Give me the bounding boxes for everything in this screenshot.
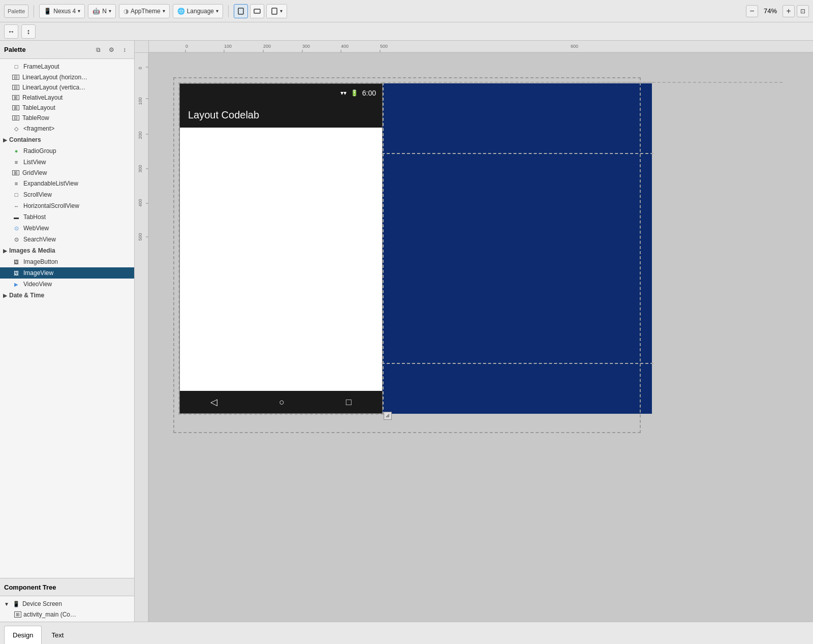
resize-handle[interactable] xyxy=(384,412,392,420)
fragment-icon: ◇ xyxy=(12,125,20,133)
svg-text:300: 300 xyxy=(302,44,310,49)
zoom-in-btn[interactable]: + xyxy=(783,5,795,17)
palette-item-linear-layout-h[interactable]: ⊟ LinearLayout (horizon… xyxy=(0,72,134,82)
tab-host-icon: ▬ xyxy=(12,213,20,221)
palette-title: Palette xyxy=(4,46,88,53)
zoom-section: − 74% + ⊡ xyxy=(746,5,809,17)
palette-settings-btn[interactable]: ⚙ xyxy=(106,44,117,55)
palette-item-h-scroll[interactable]: ↔ HorizontalScrollView xyxy=(0,200,134,211)
component-tree-header: Component Tree xyxy=(0,578,134,596)
nav-bar: ◁ ○ □ xyxy=(180,391,382,413)
frame-layout-icon: □ xyxy=(12,63,20,71)
h-scroll-icon: ↔ xyxy=(12,202,20,210)
palette-item-list-view[interactable]: ≡ ListView xyxy=(0,157,134,168)
nav-back-icon[interactable]: ◁ xyxy=(210,396,217,408)
design-tab-label: Design xyxy=(13,631,33,639)
palette-item-tab-host[interactable]: ▬ TabHost xyxy=(0,211,134,223)
device-label: Nexus 4 xyxy=(53,8,76,15)
api-label: N xyxy=(102,8,107,15)
zoom-out-icon: − xyxy=(749,7,754,16)
table-layout-label: TableLayout xyxy=(22,104,55,111)
palette-item-linear-layout-v[interactable]: ⊟ LinearLayout (vertica… xyxy=(0,82,134,93)
date-time-category-label: Date & Time xyxy=(9,292,44,299)
resize-horizontal-btn[interactable]: ↔ xyxy=(4,24,18,39)
svg-text:200: 200 xyxy=(138,131,143,139)
phone-frame[interactable]: ▾▾ 🔋 6:00 Layout Codelab ◁ xyxy=(179,83,383,414)
palette-sort-btn[interactable]: ↕ xyxy=(119,44,130,55)
resize-v-icon: ↕ xyxy=(27,27,30,36)
image-view-area[interactable] xyxy=(383,83,652,414)
action-bar-title: Layout Codelab xyxy=(188,109,259,121)
theme-dropdown[interactable]: ◑ AppTheme ▾ xyxy=(119,4,170,18)
palette-duplicate-btn[interactable]: ⧉ xyxy=(92,44,104,55)
radio-group-icon: ● xyxy=(12,147,20,155)
language-chevron-icon: ▾ xyxy=(216,8,218,14)
device-config-icon xyxy=(271,8,278,15)
palette-item-video-view[interactable]: ▶ VideoView xyxy=(0,279,134,290)
expandable-list-icon: ≡ xyxy=(12,179,20,188)
config-chevron-icon: ▾ xyxy=(280,8,283,14)
orientation-portrait-btn[interactable] xyxy=(234,4,248,18)
nav-home-icon[interactable]: ○ xyxy=(279,397,285,408)
zoom-label: 74% xyxy=(760,7,780,15)
images-media-category-label: Images & Media xyxy=(9,247,55,254)
palette-header: Palette ⧉ ⚙ ↕ xyxy=(0,41,134,59)
palette-item-image-button[interactable]: 🖼 ImageButton xyxy=(0,256,134,267)
tree-item-activity-main[interactable]: ⊞ activity_main (Co… xyxy=(0,609,134,620)
design-tab[interactable]: Design xyxy=(4,626,42,644)
android-icon: 🤖 xyxy=(92,8,100,15)
images-media-category[interactable]: ▶ Images & Media xyxy=(0,245,134,256)
phone-icon: 📱 xyxy=(44,8,51,15)
tree-item-device-screen[interactable]: ▼ 📱 Device Screen xyxy=(0,598,134,609)
language-dropdown[interactable]: 🌐 Language ▾ xyxy=(173,4,223,18)
ruler-corner xyxy=(135,41,149,53)
scroll-view-label: ScrollView xyxy=(23,191,52,198)
palette-item-image-view[interactable]: 🖼 ImageView xyxy=(0,267,134,279)
palette-item-table-row[interactable]: ⊟ TableRow xyxy=(0,113,134,123)
containers-category[interactable]: ▶ Containers xyxy=(0,134,134,145)
imageview-top-dashes xyxy=(383,82,783,83)
image-view-label: ImageView xyxy=(23,269,53,277)
api-dropdown[interactable]: 🤖 N ▾ xyxy=(88,4,116,18)
text-tab-label: Text xyxy=(51,631,64,639)
containers-category-label: Containers xyxy=(9,136,41,143)
svg-text:400: 400 xyxy=(138,199,143,206)
palette-item-web-view[interactable]: ⊙ WebView xyxy=(0,223,134,234)
device-config-dropdown[interactable]: ▾ xyxy=(266,4,287,18)
palette-item-search-view[interactable]: ⊙ SearchView xyxy=(0,234,134,245)
zoom-fit-btn[interactable]: ⊡ xyxy=(797,5,809,17)
svg-text:400: 400 xyxy=(341,44,349,49)
palette-item-radio-group[interactable]: ● RadioGroup xyxy=(0,145,134,157)
device-dropdown[interactable]: 📱 Nexus 4 ▾ xyxy=(39,4,85,18)
status-time: 6:00 xyxy=(362,89,376,97)
nav-recents-icon[interactable]: □ xyxy=(346,397,352,408)
palette-item-table-layout[interactable]: ⊞ TableLayout xyxy=(0,103,134,113)
main-area: Palette ⧉ ⚙ ↕ □ FrameLayout ⊟ LinearLayo… xyxy=(0,41,813,622)
palette-item-expandable-list[interactable]: ≡ ExpandableListView xyxy=(0,178,134,189)
landscape-icon xyxy=(254,8,261,15)
linear-layout-v-icon: ⊟ xyxy=(12,85,19,90)
palette-toggle-btn[interactable]: Palette xyxy=(4,5,28,18)
battery-icon: 🔋 xyxy=(351,89,358,97)
svg-text:600: 600 xyxy=(571,44,578,49)
palette-item-fragment[interactable]: ◇ <fragment> xyxy=(0,123,134,134)
resize-vertical-btn[interactable]: ↕ xyxy=(21,24,36,39)
palette-item-scroll-view[interactable]: □ ScrollView xyxy=(0,189,134,200)
svg-rect-2 xyxy=(272,8,277,14)
palette-item-relative-layout[interactable]: ⊞ RelativeLayout xyxy=(0,93,134,103)
device-section: 📱 Nexus 4 ▾ xyxy=(39,4,85,18)
zoom-out-btn[interactable]: − xyxy=(746,5,758,17)
palette-item-frame-layout[interactable]: □ FrameLayout xyxy=(0,61,134,72)
text-tab[interactable]: Text xyxy=(43,626,72,644)
api-section: 🤖 N ▾ xyxy=(88,4,116,18)
phone-content xyxy=(180,128,382,391)
svg-text:0: 0 xyxy=(138,67,143,69)
design-canvas[interactable]: ▾▾ 🔋 6:00 Layout Codelab ◁ xyxy=(149,53,813,622)
phone-screen: ▾▾ 🔋 6:00 Layout Codelab ◁ xyxy=(180,84,382,413)
orientation-landscape-btn[interactable] xyxy=(250,4,264,18)
images-media-arrow-icon: ▶ xyxy=(3,248,7,254)
zoom-in-icon: + xyxy=(786,7,791,16)
date-time-category[interactable]: ▶ Date & Time xyxy=(0,290,134,301)
palette-item-grid-view[interactable]: ⊞ GridView xyxy=(0,168,134,178)
canvas-toolbar: ↔ ↕ xyxy=(0,22,813,41)
